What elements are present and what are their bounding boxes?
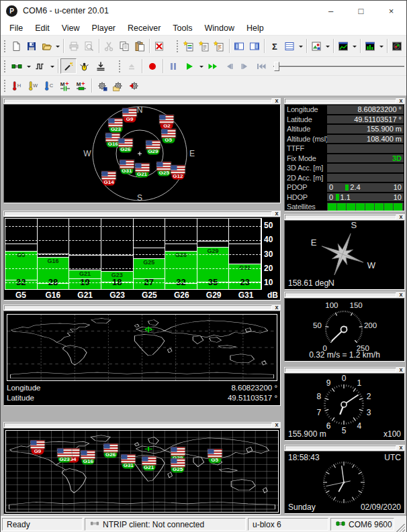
therm-warm-button[interactable]: W <box>25 78 41 93</box>
pause-icon <box>168 61 179 72</box>
panel-close-icon[interactable]: x <box>397 367 405 373</box>
histogram-view-button[interactable] <box>363 38 378 54</box>
connector-button[interactable] <box>9 58 25 74</box>
toolbar-grip[interactable] <box>118 60 121 73</box>
panel-close-icon[interactable]: x <box>273 98 281 104</box>
paste-button[interactable] <box>132 38 147 54</box>
playback-slider[interactable] <box>273 60 404 73</box>
menu-tools[interactable]: Tools <box>167 21 198 35</box>
record-button[interactable] <box>144 58 161 74</box>
step-back-button[interactable] <box>221 58 237 74</box>
chart-view-button[interactable] <box>336 38 351 54</box>
dropdown-arrow-icon[interactable] <box>25 58 32 74</box>
step-forward-button[interactable] <box>237 58 253 74</box>
menu-player[interactable]: Player <box>86 21 122 35</box>
run-config-button[interactable] <box>126 78 142 93</box>
menu-window[interactable]: Window <box>199 21 240 35</box>
menu-receiver[interactable]: Receiver <box>122 21 167 35</box>
clear-screen-button[interactable] <box>152 38 167 54</box>
satellite-map-titlebar[interactable]: x <box>3 422 281 428</box>
menu-help[interactable]: Help <box>240 21 270 35</box>
resize-grip[interactable] <box>396 524 405 532</box>
baud-wave-icon <box>35 61 46 72</box>
open-folder-button[interactable] <box>39 38 54 54</box>
category-label-G5: G5 <box>5 290 37 300</box>
dropdown-arrow-icon[interactable] <box>54 38 61 54</box>
therm-hot-button[interactable]: H <box>9 78 25 93</box>
data-row-fix-mode: Fix Mode3D <box>285 154 404 164</box>
new-file-button[interactable] <box>9 38 24 54</box>
dropdown-arrow-icon[interactable] <box>378 38 385 54</box>
signal-chart-titlebar[interactable]: x <box>3 211 281 217</box>
dropdown-arrow-icon[interactable] <box>351 38 358 54</box>
panel-close-icon[interactable]: x <box>273 422 281 428</box>
y-axis-tick: 30 <box>264 250 273 259</box>
panel-close-icon[interactable]: x <box>397 292 405 298</box>
menu-edit[interactable]: Edit <box>29 21 56 35</box>
menu-file[interactable]: File <box>3 21 29 35</box>
camera-view-button[interactable] <box>309 38 324 54</box>
fast-forward-button[interactable] <box>205 58 221 74</box>
therm-cold-button[interactable]: C <box>41 78 57 93</box>
slider-thumb[interactable] <box>274 62 279 71</box>
panel-close-icon[interactable]: x <box>397 214 405 220</box>
dock-arrow-button[interactable] <box>93 58 109 74</box>
panel-close-icon[interactable]: x <box>397 445 405 451</box>
u-center-window: P COM6 - u-center 20.01 – □ × FileEditVi… <box>0 0 407 532</box>
mem-plus-res-button[interactable]: M+ <box>73 78 89 93</box>
data-row-label: Altitude <box>285 125 326 133</box>
console-packet-button[interactable] <box>181 38 197 54</box>
dock-left-button[interactable] <box>232 38 247 54</box>
sky-view-button[interactable] <box>390 38 405 54</box>
data-row-label: Satellites <box>285 203 326 211</box>
mem-plus-cap-button[interactable]: M+ <box>57 78 73 93</box>
close-button[interactable]: × <box>376 1 406 21</box>
panel-close-icon[interactable]: x <box>273 305 281 311</box>
dropdown-arrow-icon[interactable] <box>298 38 304 54</box>
app-logo-icon: P <box>6 5 17 17</box>
status-receiver[interactable]: u-blox 6 <box>248 518 328 531</box>
save-file-button[interactable] <box>24 38 40 54</box>
toolbar-grip[interactable] <box>3 60 6 73</box>
satellite-used-square <box>337 203 346 211</box>
dropdown-arrow-icon[interactable] <box>48 58 56 74</box>
satellite-G29: G29 <box>146 140 160 154</box>
table-view-button[interactable] <box>282 38 298 54</box>
speedometer-titlebar[interactable]: x <box>284 292 405 298</box>
console-text-button[interactable] <box>212 38 227 54</box>
minimize-button[interactable]: – <box>316 1 346 21</box>
record-icon <box>147 61 158 72</box>
satellite-G31: G31 <box>120 160 134 174</box>
firefly-button[interactable] <box>77 58 93 74</box>
pause-button[interactable] <box>165 58 181 74</box>
sky-view-titlebar[interactable]: x <box>3 98 281 104</box>
toolbar-grip[interactable] <box>3 79 6 93</box>
console-binary-button[interactable] <box>196 38 212 54</box>
panel-close-icon[interactable]: x <box>397 98 405 104</box>
dropdown-arrow-icon[interactable] <box>197 58 205 74</box>
eject-button <box>124 58 140 74</box>
toolbar-grip[interactable] <box>3 40 6 53</box>
status-port[interactable]: COM6 9600 <box>330 518 394 531</box>
maximize-button[interactable]: □ <box>346 1 376 21</box>
dock-right-button[interactable] <box>247 38 263 54</box>
baud-wave-button[interactable] <box>32 58 48 74</box>
rewind-start-button[interactable] <box>253 58 269 74</box>
play-button[interactable] <box>181 58 197 74</box>
toolbar-grip[interactable] <box>176 40 179 53</box>
copy-button[interactable] <box>116 38 132 54</box>
panel-close-icon[interactable]: x <box>273 211 281 217</box>
menu-view[interactable]: View <box>56 21 86 35</box>
dropdown-arrow-icon[interactable] <box>324 38 331 54</box>
data-panel-titlebar[interactable]: x <box>284 98 405 104</box>
save-config-button[interactable] <box>94 78 110 93</box>
status-ntrip[interactable]: NTRIP client: Not connected <box>85 518 246 531</box>
satellite-G25: G25 <box>171 459 185 473</box>
statistics-sigma-button[interactable]: Σ <box>267 38 282 54</box>
altimeter-titlebar[interactable]: x <box>284 367 405 373</box>
wand-button[interactable] <box>60 58 77 74</box>
load-config-button[interactable] <box>110 78 126 93</box>
compass-titlebar[interactable]: x <box>284 214 405 220</box>
clock-titlebar[interactable]: x <box>284 445 405 451</box>
world-map-titlebar[interactable]: x <box>3 305 281 311</box>
